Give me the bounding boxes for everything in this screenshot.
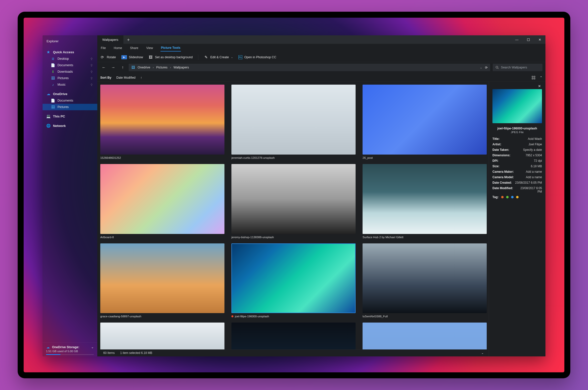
open-photoshop-button[interactable]: Ps Open in Photoshop CC [238, 55, 276, 59]
thumbnail-cell[interactable] [363, 323, 487, 349]
thumbnail[interactable] [100, 85, 224, 155]
tag-dot-orange[interactable] [501, 196, 504, 198]
thumbnail-cell[interactable]: grace-caadiang-58897-unsplash [100, 243, 224, 322]
edit-create-button[interactable]: ✎ Edit & Create ⌄ [204, 55, 233, 59]
new-tab-button[interactable]: ＋ [123, 35, 133, 44]
property-value[interactable]: 23/08/2017 6:05 PM [514, 181, 542, 184]
thumbnail[interactable] [363, 323, 487, 349]
sidebar-head-quick-access[interactable]: ★ Quick Access [43, 49, 97, 56]
tag-dot-green[interactable] [506, 196, 509, 198]
sidebar-item-network[interactable]: 🌐 Network [43, 122, 97, 129]
sort-value[interactable]: Date Modified [116, 76, 135, 79]
tab-wallpapers[interactable]: Wallpapers [97, 35, 123, 44]
sort-direction-button[interactable]: ↑ [141, 76, 142, 79]
svg-rect-4 [532, 78, 533, 79]
sidebar-item-pictures[interactable]: 🖼 Pictures [43, 75, 97, 81]
property-key: Camera Model: [492, 175, 514, 179]
thumbnail[interactable] [363, 164, 487, 234]
menu-picture-tools[interactable]: Picture Tools [160, 45, 181, 52]
search-input[interactable] [501, 66, 540, 69]
grid-view-button[interactable] [532, 76, 535, 79]
chevron-down-icon: ⌄ [231, 56, 233, 58]
close-button[interactable]: ✕ [534, 35, 545, 44]
slideshow-button[interactable]: ▶ Slideshow [121, 55, 143, 59]
thumbnail[interactable] [231, 243, 356, 313]
forward-button[interactable]: → [110, 64, 117, 71]
pin-icon[interactable] [90, 83, 93, 86]
tag-dot-blue[interactable] [511, 196, 514, 198]
thumbnail-cell[interactable]: luSemNxGS88_Full [363, 243, 487, 322]
breadcrumb-actions: ⌄ ⟳ [480, 66, 488, 69]
sidebar-item-thispc[interactable]: 💻 This PC [43, 113, 97, 120]
thumbnail[interactable] [363, 243, 487, 313]
pin-icon[interactable] [90, 76, 93, 80]
slideshow-label: Slideshow [129, 56, 143, 59]
property-value[interactable]: Joel Filipe [504, 143, 542, 146]
thumbnail[interactable] [231, 85, 356, 155]
tag-dots[interactable] [501, 195, 542, 199]
thumbnail[interactable] [363, 85, 487, 155]
sidebar-item-onedrive-pictures[interactable]: 🖼 Pictures [43, 104, 97, 110]
sidebar-item-desktop[interactable]: 🖥 Desktop [43, 56, 97, 62]
up-button[interactable]: ↑ [119, 64, 126, 71]
history-dropdown-button[interactable]: ⌄ [480, 66, 482, 69]
property-value[interactable]: Specify a date [512, 148, 542, 152]
menu-view[interactable]: View [146, 45, 154, 51]
breadcrumb-label: Wallpapers [173, 66, 189, 69]
back-button[interactable]: ← [100, 64, 107, 71]
property-value[interactable]: 7952 x 5304 [513, 154, 542, 157]
set-background-button[interactable]: 🖼 Set as desktop background [149, 55, 193, 59]
photoshop-icon: Ps [238, 55, 242, 59]
rotate-button[interactable]: ⟳ Rotate [100, 55, 116, 59]
property-value[interactable]: 72 dpi [501, 159, 542, 163]
pin-icon[interactable] [90, 57, 93, 60]
thumbnail-cell[interactable]: 1526648631252 [100, 85, 224, 163]
thumbnail-cell[interactable]: Artboard-8 [100, 164, 224, 242]
pin-icon[interactable] [90, 70, 93, 73]
sidebar-item-music[interactable]: ♪ Music [43, 81, 97, 88]
thumbnail[interactable] [231, 164, 356, 234]
thumbnail[interactable] [100, 323, 224, 349]
details-tag-row: Tag: [492, 194, 542, 200]
sidebar-item-onedrive-documents[interactable]: 📄 Documents [43, 97, 97, 104]
property-value[interactable]: Add a name [516, 175, 542, 179]
collapse-header-button[interactable]: ⌃ [540, 76, 542, 79]
sidebar-head-onedrive[interactable]: ☁ OneDrive [43, 90, 97, 97]
maximize-button[interactable] [523, 35, 534, 44]
property-value[interactable]: 6.18 MB [502, 165, 542, 168]
breadcrumb-segment[interactable]: Pictures › [156, 66, 171, 69]
breadcrumb-segment[interactable]: Onedrive › [138, 66, 154, 69]
property-value[interactable]: Add a name [516, 170, 542, 173]
thumbnail[interactable] [231, 323, 356, 349]
thumbnail-cell[interactable]: jeremiah-curtis-1201278-unsplash [231, 85, 356, 163]
menu-share[interactable]: Share [129, 45, 139, 51]
sidebar-item-downloads[interactable]: ⬇ Downloads [43, 68, 97, 75]
thumbnail-cell[interactable]: 26_post [363, 85, 487, 163]
thumbnail-cell[interactable]: jeremy-bishop-1138388-unsplash [231, 164, 356, 242]
thumbnail-cell[interactable]: joel-filipe-196000-unsplash [231, 243, 356, 322]
chevron-down-icon[interactable]: ⌄ [481, 351, 484, 355]
tag-dot-yellow[interactable] [516, 196, 519, 198]
sidebar-item-documents[interactable]: 📄 Documents [43, 62, 97, 68]
sidebar-storage[interactable]: ☁ OneDrive Storage: ⌄ 1.51 GB used of 5.… [43, 342, 97, 356]
menu-file[interactable]: File [100, 45, 106, 51]
thumbnail-grid[interactable]: 1526648631252jeremiah-curtis-1201278-uns… [100, 85, 487, 349]
search-box[interactable] [493, 64, 542, 71]
breadcrumb-segment[interactable]: Wallpapers [173, 66, 189, 69]
thumbnail-cell[interactable] [100, 323, 224, 349]
breadcrumb-bar[interactable]: 🖼 Onedrive › Pictures › Wallpapers ⌄ ⟳ [129, 64, 490, 71]
property-value[interactable]: Acid Wash [502, 137, 542, 141]
thumbnail-name: Artboard-8 [100, 235, 114, 239]
chevron-down-icon[interactable]: ⌄ [91, 345, 94, 349]
thumbnail[interactable] [100, 164, 224, 234]
thumbnail-cell[interactable] [231, 323, 356, 349]
thumbnail-cell[interactable]: Surface Hub 2 by Michael Gillett [363, 164, 487, 242]
property-value[interactable]: 23/08/2017 6:05 PM [516, 186, 542, 193]
pin-icon[interactable] [90, 63, 93, 67]
menu-home[interactable]: Home [113, 45, 122, 51]
minimize-button[interactable]: — [511, 35, 523, 44]
thumbnail[interactable] [100, 243, 224, 313]
refresh-button[interactable]: ⟳ [485, 66, 488, 69]
thumbnail-caption: 26_post [363, 156, 487, 163]
close-details-button[interactable]: ✕ [537, 84, 542, 89]
